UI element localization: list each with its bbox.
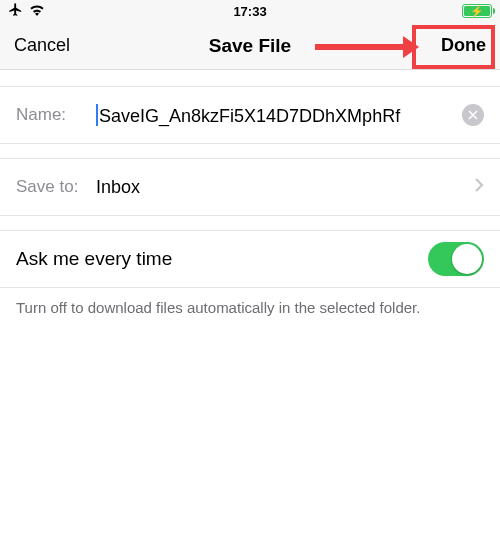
save-to-value: Inbox <box>96 177 474 198</box>
wifi-icon <box>29 4 45 19</box>
ask-every-time-row: Ask me every time <box>0 231 500 287</box>
ask-every-time-label: Ask me every time <box>16 248 172 270</box>
done-button[interactable]: Done <box>441 35 486 56</box>
nav-bar: Cancel Save File Done <box>0 22 500 70</box>
page-title: Save File <box>209 35 291 57</box>
name-label: Name: <box>16 105 96 125</box>
save-to-label: Save to: <box>16 177 96 197</box>
hint-text: Turn off to download files automatically… <box>0 288 500 318</box>
battery-charging-icon: ⚡ <box>462 4 492 18</box>
status-left <box>8 2 45 20</box>
save-to-row[interactable]: Save to: Inbox <box>0 159 500 215</box>
clear-text-icon[interactable] <box>462 104 484 126</box>
ask-every-time-toggle[interactable] <box>428 242 484 276</box>
cancel-button[interactable]: Cancel <box>14 35 70 56</box>
status-bar: 17:33 ⚡ <box>0 0 500 22</box>
name-input[interactable]: SaveIG_An8kzFi5X14D7DDhXMphRf <box>96 104 456 127</box>
chevron-right-icon <box>474 177 484 197</box>
status-right: ⚡ <box>462 4 492 18</box>
name-row: Name: SaveIG_An8kzFi5X14D7DDhXMphRf <box>0 87 500 143</box>
airplane-icon <box>8 2 23 20</box>
clock: 17:33 <box>233 4 266 19</box>
